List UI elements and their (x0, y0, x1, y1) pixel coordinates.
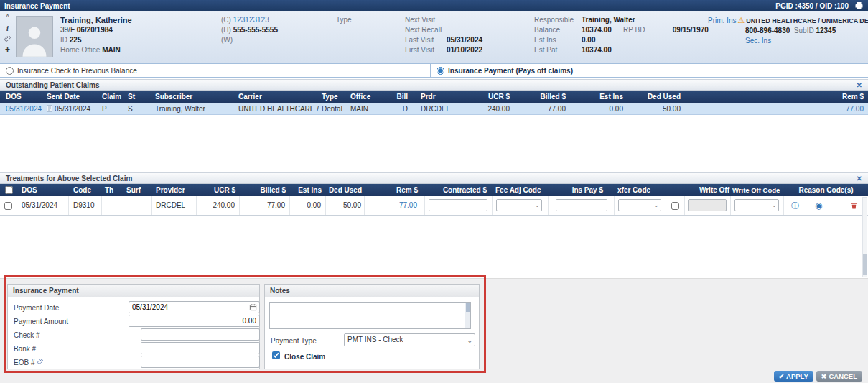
payment-date-label: Payment Date (14, 302, 59, 314)
patient-name: Training, Katherine (60, 15, 132, 25)
claim-carrier: UNITED HEALTHCARE / U... (237, 103, 320, 114)
close-claim-checkbox[interactable] (272, 351, 280, 359)
warning-icon: ⚠ (737, 16, 745, 24)
treatment-est-ins: 0.00 (290, 196, 326, 215)
treat-col-est-ins: Est Ins (290, 184, 326, 196)
apply-button[interactable]: ✔APPLY (774, 371, 813, 382)
claims-col-bill: Bill (389, 91, 412, 103)
treatments-close-icon[interactable]: ✕ (857, 175, 862, 183)
payment-date-input[interactable] (129, 301, 260, 313)
cancel-button[interactable]: ✖CANCEL (816, 371, 862, 382)
claim-table-row[interactable]: 05/31/2024 05/31/2024 P S Training, Walt… (0, 103, 868, 115)
mode-insurance-payment-cell[interactable]: Insurance Payment (Pays off claims) (431, 64, 868, 77)
notes-panel-title: Notes (270, 287, 290, 295)
claims-col-carrier: Carrier (237, 91, 320, 103)
payment-type-label: Payment Type (271, 335, 317, 347)
check-prev-label[interactable]: Insurance Check to Previous Balance (17, 67, 137, 75)
balance-label: Balance (534, 25, 582, 35)
claims-close-icon[interactable]: ✕ (857, 81, 862, 89)
print-icon[interactable] (854, 1, 864, 10)
contracted-input[interactable] (429, 199, 487, 211)
cell-phone-link[interactable]: 123123123 (233, 16, 269, 24)
claim-office: MAIN (347, 103, 389, 114)
patient-dob: 06/20/1984 (77, 26, 113, 34)
claims-col-type: Type (320, 91, 347, 103)
treatments-section-title: Treatments for Above Selected Claim (6, 175, 132, 183)
patient-identity: Training, Katherine 39/F 06/20/1984 ID 2… (60, 15, 132, 55)
eob-attachment-icon[interactable] (37, 356, 43, 369)
claims-empty-area (0, 115, 868, 172)
responsible-value: Training, Walter (582, 16, 635, 24)
treat-col-ins-pay: Ins Pay $ (549, 184, 615, 196)
cancel-button-label: CANCEL (829, 372, 857, 380)
balance-value: 10374.00 (582, 25, 623, 35)
treatment-th (102, 196, 123, 215)
notes-scrollbar-thumb[interactable] (466, 303, 470, 312)
calendar-icon[interactable] (249, 303, 257, 311)
claims-col-subscriber: Subscriber (152, 91, 237, 103)
treatments-select-all-checkbox[interactable] (5, 186, 13, 194)
bank-number-input[interactable] (141, 342, 260, 354)
attachment-icon[interactable] (4, 34, 11, 44)
close-claim-label[interactable]: Close Claim (284, 351, 325, 363)
mode-check-prev-cell[interactable]: Insurance Check to Previous Balance (0, 64, 431, 77)
claim-dos-link[interactable]: 05/31/2024 (0, 103, 42, 114)
treatments-select-all-cell (0, 184, 17, 196)
rp-bd-label: RP BD (623, 25, 671, 35)
treatment-rem: 77.00 (365, 196, 425, 215)
claim-prdr: DRCDEL (412, 103, 471, 114)
patient-visits: Next Visit Next Recall Last Visit05/31/2… (405, 15, 482, 55)
reason-code-icon[interactable]: ◉ (815, 196, 822, 215)
treat-col-billed: Billed $ (240, 184, 290, 196)
treat-col-write-off-code: Write Off Code (731, 184, 784, 196)
vertical-scrollbar[interactable] (862, 197, 867, 277)
patient-age-sex: 39/F (60, 26, 75, 34)
next-visit-label: Next Visit (405, 15, 447, 25)
delete-icon[interactable] (850, 201, 858, 210)
treatment-select-checkbox[interactable] (4, 202, 12, 210)
insurance-payment-radio[interactable] (437, 67, 444, 75)
ins-pay-input[interactable] (556, 199, 607, 211)
notes-textarea[interactable] (269, 302, 471, 329)
chevron-down-icon: ⌄ (653, 200, 659, 211)
eob-number-input[interactable] (141, 356, 260, 368)
claims-col-ucr: UCR $ (471, 91, 513, 103)
insurance-payment-label[interactable]: Insurance Payment (Pays off claims) (448, 67, 573, 75)
claims-col-st: St (126, 91, 152, 103)
collapse-icon[interactable]: ^ (6, 13, 9, 22)
last-visit-value: 05/31/2024 (447, 36, 482, 44)
treatments-table-header: DOS Code Th Surf Provider UCR $ Billed $… (0, 184, 868, 196)
eob-label-text: EOB # (14, 356, 34, 369)
reason-info-icon[interactable]: ⓘ (791, 196, 799, 215)
home-phone-label: (H) (221, 26, 231, 34)
treatment-flag-checkbox[interactable] (671, 202, 679, 210)
treatment-ded-used: 50.00 (326, 196, 365, 215)
notes-panel: Notes Payment Type PMT INS - Check ⌄ Clo… (264, 284, 480, 369)
write-off-input (688, 199, 727, 211)
est-pat-value: 10374.00 (582, 46, 612, 54)
payment-type-select[interactable]: PMT INS - Check ⌄ (344, 333, 475, 346)
xfer-code-dropdown[interactable]: ⌄ (618, 199, 661, 211)
patient-header: ^ i + Training, Katherine 39/F 06/20/198… (0, 11, 868, 63)
rp-bd-value: 09/15/1970 (673, 26, 709, 34)
pgid-oid-label: PGID :4350 / OID :100 (775, 2, 849, 10)
fee-adj-code-dropdown[interactable]: ⌄ (496, 199, 542, 211)
treatment-dos: 05/31/2024 (17, 196, 69, 215)
add-icon[interactable]: + (5, 45, 10, 55)
patient-info-icon[interactable]: i (6, 24, 9, 33)
treatment-write-off-cell (685, 196, 731, 215)
write-off-code-dropdown[interactable]: ⌄ (734, 199, 779, 211)
title-bar: Insurance Payment PGID :4350 / OID :100 (0, 0, 868, 11)
check-number-input[interactable] (141, 328, 260, 341)
claims-section-header: Outstanding Patient Claims ✕ (0, 79, 868, 91)
insurance-payment-panel-header: Insurance Payment (8, 285, 259, 297)
notes-scrollbar[interactable] (465, 303, 470, 328)
claims-col-sent-date: Sent Date (42, 91, 96, 103)
prim-ins-label: Prim. Ins (708, 17, 736, 24)
check-prev-radio[interactable] (6, 67, 14, 75)
patient-financials: ResponsibleTraining, Walter Balance10374… (534, 15, 709, 55)
scrollbar-thumb[interactable] (863, 254, 867, 275)
treatment-surf (123, 196, 152, 215)
claim-claim: P (96, 103, 126, 114)
payment-amount-input[interactable] (129, 315, 260, 327)
